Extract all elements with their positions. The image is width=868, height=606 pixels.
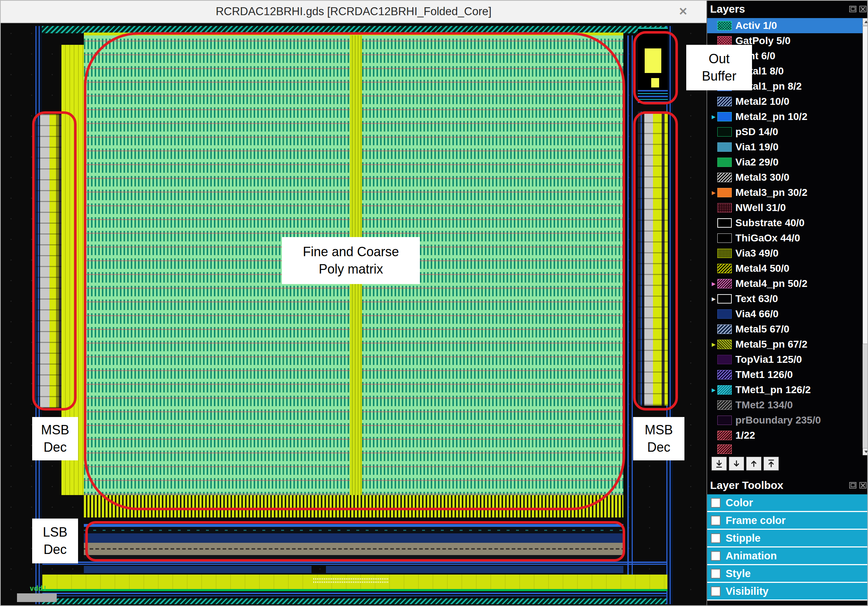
layer-item-tmet1-pn-126-2[interactable]: ▶TMet1_pn 126/2 [707, 382, 863, 397]
visibility-checkbox[interactable] [711, 586, 721, 596]
layer-swatch-icon [717, 188, 732, 197]
toolbox-label: Frame color [725, 515, 786, 527]
layer-swatch-icon [717, 233, 732, 243]
layer-item-psd-14-0[interactable]: pSD 14/0 [707, 124, 863, 139]
layer-label: Text 63/0 [735, 293, 778, 305]
color-checkbox[interactable] [711, 498, 721, 508]
toolbox-label: Visibility [725, 586, 769, 597]
layer-label: Metal3 30/0 [735, 172, 789, 183]
layer-item-partial-28[interactable] [707, 443, 863, 455]
toolbox-row-style[interactable]: Style [707, 565, 868, 583]
style-checkbox[interactable] [711, 569, 721, 578]
layer-item-text-63-0[interactable]: ▶Text 63/0 [707, 291, 863, 307]
expand-marker-icon[interactable]: ▶ [710, 296, 717, 302]
annotation-label-msb-left: MSB Dec [32, 417, 78, 460]
layer-swatch-icon [717, 324, 732, 334]
layer-swatch-icon [717, 385, 732, 395]
power-rail-blue [42, 595, 667, 596]
layer-label: Metal3_pn 30/2 [735, 187, 807, 198]
layer-swatch-icon [717, 309, 732, 319]
expand-marker-icon[interactable]: ▶ [710, 114, 717, 119]
expand-marker-icon[interactable]: ▶ [710, 281, 717, 287]
annotation-label-out-buffer: Out Buffer [686, 45, 752, 90]
layer-item-metal4-50-0[interactable]: Metal4 50/0 [707, 261, 863, 276]
scroll-down-icon[interactable] [863, 448, 868, 455]
layer-label: TMet2 134/0 [735, 399, 793, 411]
layer-item-metal4-pn-50-2[interactable]: ▶Metal4_pn 50/2 [707, 276, 863, 291]
layer-swatch-icon [717, 143, 732, 152]
close-panel-icon[interactable] [859, 482, 866, 488]
layer-item-metal3-pn-30-2[interactable]: ▶Metal3_pn 30/2 [707, 185, 863, 200]
layer-item-prboundary-235-0[interactable]: prBoundary 235/0 [707, 413, 863, 428]
layer-item-metal5-pn-67-2[interactable]: ▶Metal5_pn 67/2 [707, 337, 863, 352]
scroll-up-icon[interactable] [863, 18, 868, 25]
annotation-text: MSB [41, 422, 69, 439]
animation-checkbox[interactable] [711, 551, 721, 561]
layer-item-via1-19-0[interactable]: Via1 19/0 [707, 139, 863, 155]
layout-canvas[interactable]: vdd! [1, 23, 707, 606]
bottom-green-rail [42, 589, 667, 591]
layer-item-nwell-31-0[interactable]: NWell 31/0 [707, 200, 863, 215]
close-icon[interactable]: ✕ [679, 5, 688, 18]
bottom-metal-segment [326, 566, 623, 573]
layer-item-via3-49-0[interactable]: Via3 49/0 [707, 246, 863, 261]
cell-name-text [313, 578, 389, 583]
layer-label: Substrate 40/0 [735, 217, 804, 229]
layer-item-via2-29-0[interactable]: Via2 29/0 [707, 155, 863, 170]
close-panel-icon[interactable] [859, 6, 866, 12]
layer-item-metal5-67-0[interactable]: Metal5 67/0 [707, 322, 863, 337]
power-rail-blue [42, 564, 667, 565]
expand-marker-icon[interactable]: ▶ [710, 341, 717, 347]
move-layer-top-button[interactable] [764, 457, 779, 471]
layer-swatch-icon [717, 445, 732, 454]
layer-item-activ-1-0[interactable]: Activ 1/0 [707, 18, 863, 33]
annotation-outline-out-buffer [633, 31, 678, 104]
toolbox-row-animation[interactable]: Animation [707, 547, 868, 565]
layers-panel-header: Layers [707, 1, 868, 17]
power-rail-blue [42, 593, 667, 594]
toolbox-row-frame-color[interactable]: Frame color [707, 512, 868, 530]
frame-color-checkbox[interactable] [711, 516, 721, 525]
move-layer-down-button[interactable] [729, 457, 744, 471]
layer-item-thigaox-44-0[interactable]: ThiGaOx 44/0 [707, 231, 863, 246]
toolbox-label: Style [725, 568, 750, 580]
power-rail-blue [42, 561, 667, 563]
stipple-checkbox[interactable] [711, 533, 721, 543]
layer-swatch-icon [717, 218, 732, 228]
titlebar: RCRDAC12BRHI.gds [RCRDAC12BRHI_Folded_Co… [1, 1, 707, 23]
move-layer-up-button[interactable] [746, 457, 761, 471]
layer-item-topvia1-125-0[interactable]: TopVia1 125/0 [707, 352, 863, 367]
bottom-left-pad [17, 594, 57, 602]
layer-item-via4-66-0[interactable]: Via4 66/0 [707, 307, 863, 322]
layers-scrollbar[interactable] [863, 18, 868, 455]
layer-toolbox-title: Layer Toolbox [710, 479, 846, 491]
layer-item-tmet2-134-0[interactable]: TMet2 134/0 [707, 397, 863, 413]
layer-label: Metal2 10/0 [735, 96, 789, 107]
layer-item-metal2-10-0[interactable]: Metal2 10/0 [707, 94, 863, 109]
toolbox-row-color[interactable]: Color [707, 494, 868, 512]
layer-item-1-22[interactable]: 1/22 [707, 428, 863, 443]
float-panel-icon[interactable] [849, 482, 856, 488]
float-panel-icon[interactable] [849, 6, 856, 12]
scrollbar-thumb[interactable] [863, 26, 868, 344]
annotation-outline-lsb [85, 521, 625, 561]
expand-marker-icon[interactable]: ▶ [710, 190, 717, 195]
toolbox-label: Color [725, 497, 753, 509]
layer-swatch-icon [717, 249, 732, 258]
layer-label: Metal4_pn 50/2 [735, 278, 807, 290]
expand-marker-icon[interactable]: ▶ [710, 387, 717, 393]
move-layer-bottom-button[interactable] [711, 457, 727, 471]
toolbox-label: Stipple [725, 532, 761, 544]
layer-item-metal3-30-0[interactable]: Metal3 30/0 [707, 170, 863, 185]
annotation-outline-msb-left [32, 111, 77, 411]
layer-label: Via3 49/0 [735, 248, 778, 259]
toolbox-row-visibility[interactable]: Visibility [707, 583, 868, 601]
layer-item-substrate-40-0[interactable]: Substrate 40/0 [707, 215, 863, 231]
layer-item-metal2-pn-10-2[interactable]: ▶Metal2_pn 10/2 [707, 109, 863, 124]
layer-swatch-icon [717, 340, 732, 349]
layer-label: Metal2_pn 10/2 [735, 111, 807, 122]
annotation-text: Dec [647, 439, 670, 456]
layer-label: Metal4 50/0 [735, 263, 789, 274]
layer-item-tmet1-126-0[interactable]: TMet1 126/0 [707, 367, 863, 382]
toolbox-row-stipple[interactable]: Stipple [707, 530, 868, 547]
